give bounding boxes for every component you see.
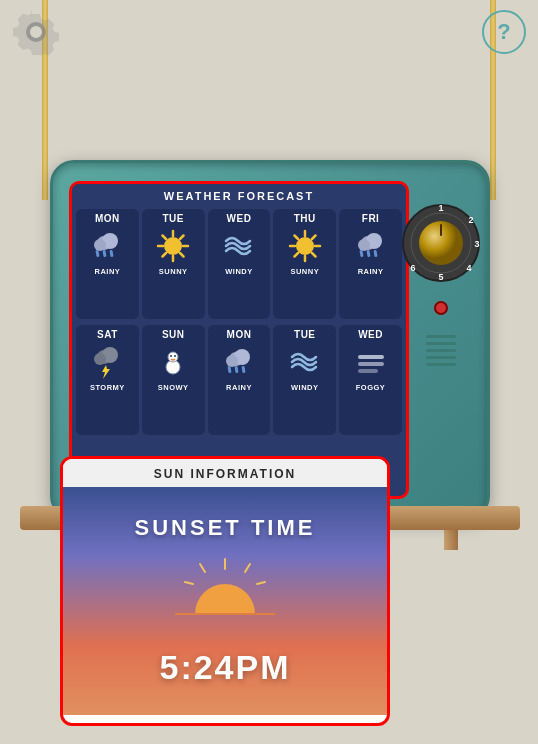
day-label: WED: [227, 213, 252, 224]
svg-rect-44: [358, 355, 384, 359]
tv-screen: WEATHER FORECAST MON RAINY: [69, 181, 409, 499]
svg-rect-28: [366, 250, 370, 257]
svg-line-23: [294, 253, 298, 257]
svg-line-22: [312, 236, 316, 240]
day-label: TUE: [294, 329, 316, 340]
windy-icon-2: [287, 344, 323, 380]
weather-card-mon2: MON RAINY: [208, 325, 271, 435]
day-label: TUE: [162, 213, 184, 224]
condition-label: SNOWY: [158, 383, 189, 392]
svg-line-12: [180, 253, 184, 257]
condition-label: RAINY: [358, 267, 384, 276]
weather-card-tue: TUE SUNNY: [142, 209, 205, 319]
sun-info-title: SUN INFORMATION: [63, 459, 387, 487]
stormy-icon: [89, 344, 125, 380]
condition-label: STORMY: [90, 383, 125, 392]
weather-card-wed2: WED FOGGY: [339, 325, 402, 435]
svg-line-60: [200, 564, 205, 572]
tv-controls: 1 2 3 4 5 6: [407, 183, 475, 366]
svg-text:3: 3: [474, 239, 479, 249]
rainy-icon: [89, 228, 125, 264]
sunset-time-value: 5:24PM: [159, 648, 290, 687]
weather-card-thu: THU SUNNY: [273, 209, 336, 319]
day-label: WED: [358, 329, 383, 340]
rainy-icon-3: [221, 344, 257, 380]
svg-text:2: 2: [468, 215, 473, 225]
help-icon[interactable]: ?: [482, 10, 526, 54]
day-label: SAT: [97, 329, 118, 340]
speaker-line: [426, 356, 456, 359]
svg-text:4: 4: [466, 263, 471, 273]
speaker-line: [426, 363, 456, 366]
svg-rect-43: [241, 366, 245, 373]
channel-dial[interactable]: 1 2 3 4 5 6: [401, 203, 481, 283]
svg-point-26: [358, 239, 370, 251]
svg-text:5: 5: [438, 272, 443, 282]
svg-point-40: [226, 355, 238, 367]
svg-rect-46: [358, 369, 378, 373]
weather-card-sat: SAT STORMY: [76, 325, 139, 435]
windy-icon: [221, 228, 257, 264]
day-label: THU: [294, 213, 316, 224]
sunset-time-label: SUNSET TIME: [135, 515, 316, 541]
svg-rect-42: [234, 366, 238, 373]
svg-text:6: 6: [410, 263, 415, 273]
weather-grid-row2: SAT STORMY SUN: [72, 322, 406, 438]
red-button[interactable]: [434, 301, 448, 315]
weather-card-sun: SUN SNOWY: [142, 325, 205, 435]
speaker-line: [426, 349, 456, 352]
sun-info-panel: SUN INFORMATION SUNSET TIME 5:24PM: [60, 456, 390, 726]
svg-line-21: [312, 253, 316, 257]
weather-card-fri: FRI RAINY: [339, 209, 402, 319]
svg-line-61: [185, 582, 193, 584]
sun-info-content: SUNSET TIME 5:24PM: [63, 487, 387, 715]
svg-rect-4: [103, 250, 107, 257]
weather-grid-row1: MON RAINY TUE: [72, 206, 406, 322]
condition-label: FOGGY: [356, 383, 386, 392]
weather-card-tue2: TUE WINDY: [273, 325, 336, 435]
svg-rect-5: [110, 250, 114, 257]
svg-line-58: [245, 564, 250, 572]
svg-line-11: [163, 236, 167, 240]
gear-icon[interactable]: [12, 8, 60, 56]
svg-point-36: [170, 355, 172, 357]
svg-rect-29: [373, 250, 377, 257]
condition-label: WINDY: [291, 383, 319, 392]
weather-card-mon: MON RAINY: [76, 209, 139, 319]
rainy-icon-2: [353, 228, 389, 264]
svg-point-32: [94, 353, 106, 365]
svg-text:1: 1: [438, 203, 443, 213]
sunny-icon-2: [287, 228, 323, 264]
condition-label: RAINY: [226, 383, 252, 392]
foggy-icon: [353, 344, 389, 380]
svg-rect-45: [358, 362, 384, 366]
svg-line-20: [294, 236, 298, 240]
day-label: SUN: [162, 329, 185, 340]
day-label: MON: [227, 329, 252, 340]
question-mark: ?: [497, 19, 510, 45]
snowy-icon: [155, 344, 191, 380]
svg-line-59: [257, 582, 265, 584]
day-label: FRI: [362, 213, 380, 224]
svg-point-37: [174, 355, 176, 357]
day-label: MON: [95, 213, 120, 224]
condition-label: WINDY: [225, 267, 253, 276]
screen-title: WEATHER FORECAST: [72, 184, 406, 206]
svg-marker-33: [102, 365, 110, 379]
weather-card-wed: WED WINDY: [208, 209, 271, 319]
svg-line-14: [163, 253, 167, 257]
sunset-sun-graphic: [175, 564, 275, 624]
speaker-line: [426, 335, 456, 338]
sunny-icon: [155, 228, 191, 264]
svg-point-2: [94, 239, 106, 251]
condition-label: RAINY: [94, 267, 120, 276]
speaker-line: [426, 342, 456, 345]
condition-label: SUNNY: [290, 267, 319, 276]
svg-line-13: [180, 236, 184, 240]
condition-label: SUNNY: [159, 267, 188, 276]
